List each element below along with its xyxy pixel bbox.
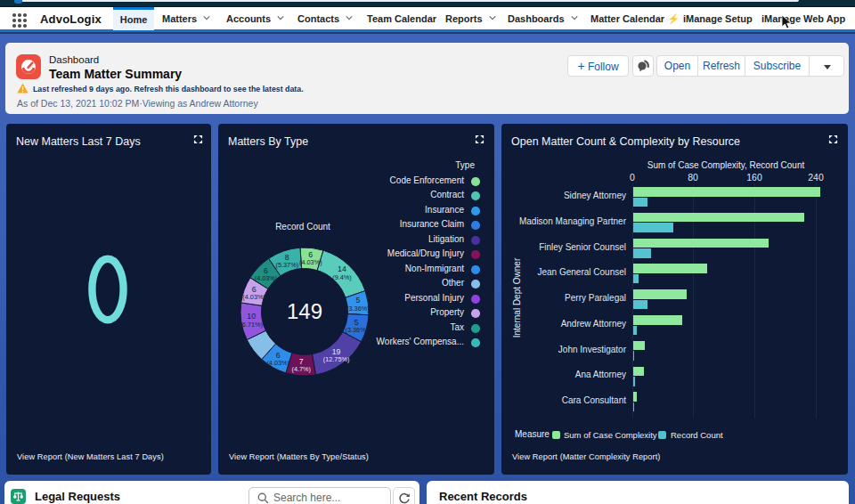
svg-text:(3.36%): (3.36%) (346, 305, 370, 313)
svg-text:(6.71%): (6.71%) (240, 321, 263, 329)
svg-text:(4.03%): (4.03%) (242, 293, 265, 301)
svg-text:(9.4%): (9.4%) (332, 273, 352, 281)
svg-text:(4.7%): (4.7%) (292, 365, 312, 373)
svg-text:(4.03%): (4.03%) (299, 258, 322, 266)
svg-text:(4.03%): (4.03%) (255, 274, 278, 282)
svg-text:(5.37%): (5.37%) (276, 261, 299, 269)
svg-text:(3.36%): (3.36%) (346, 326, 369, 334)
svg-text:(4.03%): (4.03%) (266, 359, 289, 367)
svg-text:149: 149 (287, 299, 322, 323)
svg-text:(12.75%): (12.75%) (323, 355, 350, 363)
